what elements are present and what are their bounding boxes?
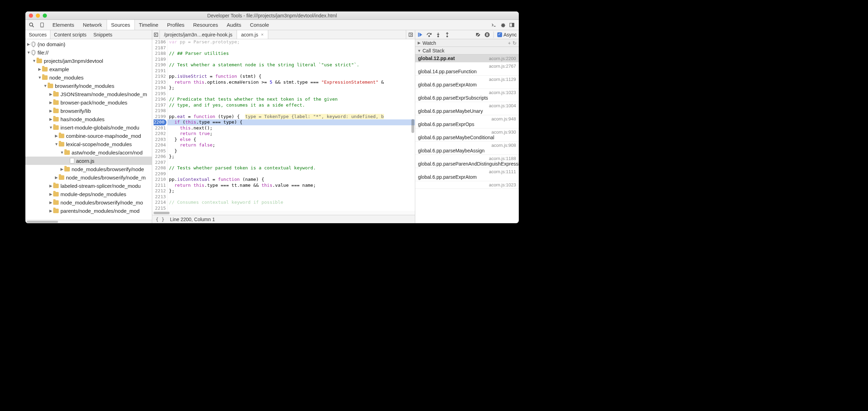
- line-number[interactable]: 2195: [154, 91, 166, 97]
- code-line[interactable]: // Test whether a statement node is the …: [167, 62, 415, 68]
- code-line[interactable]: return this.type === tt.name && this.val…: [167, 183, 415, 188]
- chevron-right-icon[interactable]: ▶: [49, 100, 52, 105]
- callstack-section-header[interactable]: ▼ Call Stack: [415, 47, 519, 54]
- navigate-back-icon[interactable]: [152, 30, 160, 39]
- tree-node[interactable]: ▶browserify/lib: [25, 107, 152, 115]
- main-tab-resources[interactable]: Resources: [189, 20, 223, 30]
- chevron-right-icon[interactable]: ▶: [49, 109, 52, 113]
- code-line[interactable]: pp.isContextual = function (name) {: [167, 177, 415, 183]
- editor-vscroll-thumb[interactable]: [411, 119, 414, 133]
- line-number[interactable]: 2215: [154, 206, 166, 211]
- line-number[interactable]: 2206: [154, 154, 166, 160]
- line-number[interactable]: 2203: [154, 137, 166, 143]
- tree-node[interactable]: ▶JSONStream/node_modules/node_m: [25, 90, 152, 98]
- line-number[interactable]: 2202: [154, 131, 166, 137]
- pause-exceptions-icon[interactable]: [484, 32, 490, 37]
- line-number[interactable]: 2194: [154, 85, 166, 91]
- tree-node[interactable]: ▼file://: [25, 48, 152, 57]
- main-tab-profiles[interactable]: Profiles: [163, 20, 189, 30]
- zoom-window-button[interactable]: [43, 14, 47, 18]
- line-number[interactable]: 2201: [154, 125, 166, 131]
- code-line[interactable]: return this.options.ecmaVersion >= 5 && …: [167, 79, 415, 85]
- main-tab-elements[interactable]: Elements: [48, 20, 79, 30]
- step-out-icon[interactable]: [444, 32, 450, 37]
- code-line[interactable]: };: [167, 154, 415, 160]
- main-tab-audits[interactable]: Audits: [222, 20, 246, 30]
- code-line[interactable]: [167, 91, 415, 97]
- step-over-icon[interactable]: [426, 32, 432, 37]
- tree-node[interactable]: ▶node_modules/browserify/node_m: [25, 173, 152, 182]
- tree-node[interactable]: ▶combine-source-map/node_mod: [25, 132, 152, 140]
- sidebar-tab-snippets[interactable]: Snippets: [90, 30, 116, 39]
- line-number[interactable]: 2186: [154, 39, 166, 45]
- line-number[interactable]: 2193: [154, 79, 166, 85]
- code-line[interactable]: [167, 194, 415, 200]
- tree-node[interactable]: ▶node_modules/browserify/node_mo: [25, 198, 152, 207]
- tree-node[interactable]: acorn.js: [25, 157, 152, 165]
- callstack-frame[interactable]: acorn.js:1004global.6.pp.parseMaybeUnary: [415, 102, 519, 115]
- deactivate-breakpoints-icon[interactable]: [475, 32, 481, 37]
- tree-node[interactable]: ▶has/node_modules: [25, 115, 152, 123]
- chevron-right-icon[interactable]: ▶: [49, 117, 52, 121]
- line-number[interactable]: 2213: [154, 194, 166, 200]
- chevron-down-icon[interactable]: ▼: [49, 125, 52, 129]
- main-tab-timeline[interactable]: Timeline: [135, 20, 163, 30]
- line-number[interactable]: 2196: [154, 97, 166, 102]
- tree-node[interactable]: ▶node_modules/browserify/node: [25, 165, 152, 173]
- line-number[interactable]: 2212: [154, 188, 166, 194]
- code-line[interactable]: this.next();: [167, 125, 415, 131]
- line-number[interactable]: 2200: [154, 119, 166, 125]
- line-number[interactable]: 2197: [154, 102, 166, 108]
- tree-node[interactable]: ▶labeled-stream-splicer/node_modu: [25, 182, 152, 190]
- line-number[interactable]: 2214: [154, 200, 166, 206]
- chevron-down-icon[interactable]: ▼: [55, 142, 58, 146]
- dock-icon[interactable]: [509, 22, 515, 28]
- code-line[interactable]: return false;: [167, 142, 415, 148]
- tree-node[interactable]: ▼insert-module-globals/node_modu: [25, 123, 152, 132]
- code-line[interactable]: }: [167, 148, 415, 154]
- callstack-frame[interactable]: acorn.js:1129global.6.pp.parseExprAtom: [415, 76, 519, 89]
- editor-tab[interactable]: acorn.js×: [237, 30, 268, 39]
- line-number[interactable]: 2198: [154, 108, 166, 114]
- code-body[interactable]: var pp = Parser.prototype; // ## Parser …: [167, 39, 415, 211]
- callstack-frame[interactable]: acorn.js:1111global.6.pp.parseExprAtom: [415, 168, 519, 181]
- code-line[interactable]: var pp = Parser.prototype;: [167, 39, 415, 45]
- tree-node[interactable]: ▶module-deps/node_modules: [25, 190, 152, 198]
- chevron-down-icon[interactable]: ▼: [43, 84, 47, 88]
- line-gutter[interactable]: 2186218721882189219021912192219321942195…: [152, 39, 167, 211]
- braces-icon[interactable]: { }: [156, 217, 164, 222]
- minimize-window-button[interactable]: [36, 14, 40, 18]
- line-number[interactable]: 2189: [154, 57, 166, 62]
- async-toggle[interactable]: Async: [497, 32, 517, 37]
- line-number[interactable]: 2192: [154, 74, 166, 79]
- main-tab-sources[interactable]: Sources: [107, 20, 135, 30]
- close-window-button[interactable]: [29, 14, 33, 18]
- tree-node[interactable]: ▶(no domain): [25, 40, 152, 48]
- editor-hscrollbar[interactable]: [152, 211, 415, 215]
- chevron-right-icon[interactable]: ▶: [38, 67, 41, 72]
- line-number[interactable]: 2190: [154, 62, 166, 68]
- tree-node[interactable]: ▶parents/node_modules/node_mod: [25, 207, 152, 215]
- line-number[interactable]: 2205: [154, 148, 166, 154]
- line-number[interactable]: 2211: [154, 183, 166, 188]
- line-number[interactable]: 2188: [154, 51, 166, 57]
- line-number[interactable]: 2199: [154, 114, 166, 120]
- line-number[interactable]: 2207: [154, 160, 166, 166]
- editor-tab[interactable]: /projects/jam3n…equire-hook.js: [160, 30, 237, 39]
- resume-icon[interactable]: [417, 32, 423, 37]
- code-line[interactable]: [167, 160, 415, 166]
- chevron-right-icon[interactable]: ▶: [49, 184, 52, 188]
- code-line[interactable]: // ## Parser utilities: [167, 51, 415, 57]
- code-line[interactable]: // type, and if yes, consumes it as a si…: [167, 102, 415, 108]
- device-icon[interactable]: [39, 22, 45, 28]
- chevron-right-icon[interactable]: ▶: [49, 192, 52, 196]
- code-line[interactable]: };: [167, 85, 415, 91]
- editor-hscroll-thumb[interactable]: [154, 212, 170, 214]
- callstack-frame[interactable]: acorn.js:1023global.6.pp.parseExprSubscr…: [415, 89, 519, 102]
- code-line[interactable]: pp.eat = function (type) { type = TokenT…: [167, 114, 415, 120]
- line-number[interactable]: 2208: [154, 165, 166, 171]
- line-number[interactable]: 2210: [154, 177, 166, 183]
- callstack-frame[interactable]: acorn.js:930global.6.pp.parseMaybeCondit…: [415, 128, 519, 142]
- code-line[interactable]: [167, 171, 415, 177]
- step-into-icon[interactable]: [435, 32, 441, 37]
